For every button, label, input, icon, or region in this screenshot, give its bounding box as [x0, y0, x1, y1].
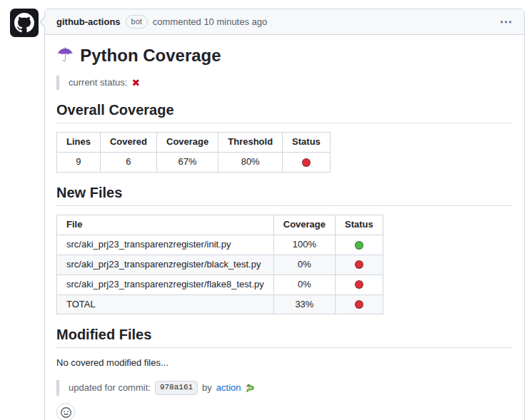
current-status-quote: current status: ✖: [56, 76, 513, 91]
comment-body: ☂ Python Coverage current status: ✖ Over…: [45, 35, 524, 420]
overall-coverage-heading: Overall Coverage: [56, 101, 513, 123]
col-status: Status: [283, 133, 331, 153]
cell-file: TOTAL: [57, 294, 274, 314]
cell-file: src/aki_prj23_transparenzregister/flake8…: [57, 275, 274, 294]
status-dot: [302, 158, 311, 167]
avatar[interactable]: [10, 9, 39, 37]
cell-coverage: 100%: [273, 235, 335, 255]
comment-header: github-actions bot commented 10 minutes …: [45, 9, 524, 35]
table-row-total: TOTAL 33%: [57, 294, 383, 314]
cell-coverage: 0%: [273, 255, 335, 275]
commit-label: updated for commit:: [69, 381, 151, 395]
cell-file: src/aki_prj23_transparenzregister/black_…: [57, 255, 274, 275]
col-covered: Covered: [100, 133, 156, 153]
github-octocat-icon: [14, 13, 34, 33]
cell-coverage: 0%: [273, 275, 335, 294]
status-dot: [355, 260, 363, 269]
col-coverage: Coverage: [273, 215, 335, 235]
col-threshold: Threshold: [218, 133, 283, 153]
new-files-table: File Coverage Status src/aki_prj23_trans…: [56, 215, 383, 314]
overall-coverage-table: Lines Covered Coverage Threshold Status …: [56, 132, 331, 173]
add-reaction-button[interactable]: [56, 403, 75, 420]
cell-threshold: 80%: [218, 153, 283, 173]
cell-covered: 6: [100, 153, 156, 173]
col-file: File: [57, 215, 274, 235]
cell-status: [336, 275, 383, 294]
table-header-row: Lines Covered Coverage Threshold Status: [57, 133, 331, 153]
umbrella-icon: ☂: [56, 46, 74, 65]
col-status: Status: [336, 215, 383, 235]
page-title-text: Python Coverage: [80, 46, 221, 66]
cell-status: [336, 294, 383, 314]
status-dot: [355, 300, 363, 309]
cell-status: [336, 235, 383, 255]
status-dot: [355, 241, 363, 250]
table-header-row: File Coverage Status: [57, 215, 383, 235]
commit-sha-chip: 978a161: [155, 381, 198, 395]
cell-status: [283, 153, 331, 173]
commit-info-quote: updated for commit: 978a161 by action: [56, 380, 513, 396]
page-title: ☂ Python Coverage: [56, 46, 513, 66]
snake-icon: [246, 382, 257, 394]
comment-caret-fill: [41, 18, 45, 26]
table-row: src/aki_prj23_transparenzregister/flake8…: [57, 275, 383, 294]
col-lines: Lines: [57, 133, 101, 153]
action-link[interactable]: action: [216, 381, 241, 395]
modified-files-heading: Modified Files: [56, 326, 513, 348]
cell-file: src/aki_prj23_transparenzregister/init.p…: [57, 235, 274, 255]
bot-badge: bot: [126, 15, 148, 29]
by-text: by: [202, 381, 212, 395]
col-coverage: Coverage: [157, 133, 218, 153]
cell-lines: 9: [57, 153, 101, 173]
cell-coverage: 33%: [273, 294, 335, 314]
table-row: src/aki_prj23_transparenzregister/init.p…: [57, 235, 383, 255]
kebab-menu-icon[interactable]: ⋯: [500, 16, 513, 28]
new-files-heading: New Files: [56, 184, 513, 206]
status-dot: [355, 280, 363, 289]
table-row: src/aki_prj23_transparenzregister/black_…: [57, 255, 383, 275]
cell-coverage: 67%: [157, 153, 218, 173]
cross-mark-icon: ✖: [131, 78, 140, 88]
modified-files-empty-text: No covered modified files...: [56, 357, 513, 370]
current-status-label: current status:: [69, 76, 127, 90]
smiley-icon: [61, 407, 71, 418]
comment-card: github-actions bot commented 10 minutes …: [44, 9, 525, 420]
cell-status: [336, 255, 383, 275]
timestamp-link[interactable]: commented 10 minutes ago: [153, 16, 267, 27]
author-link[interactable]: github-actions: [56, 16, 121, 27]
table-row: 9 6 67% 80%: [57, 153, 331, 173]
